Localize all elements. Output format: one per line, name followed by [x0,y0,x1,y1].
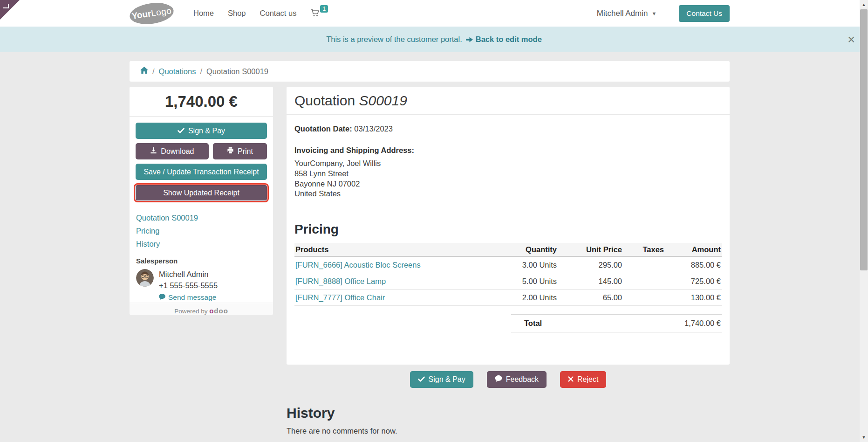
sidebar-link-quotation[interactable]: Quotation S00019 [136,211,267,224]
col-products: Products [295,245,478,254]
history-section: History There are no comments for now. [287,405,730,435]
scroll-down-arrow-icon[interactable]: ▼ [860,433,868,442]
history-title: History [287,405,730,421]
product-link[interactable]: [FURN_7777] Office Chair [295,293,385,302]
arrow-right-icon [466,37,473,42]
site-logo[interactable]: YourLogo [128,0,175,27]
top-navbar: YourLogo Home Shop Contact us 1 [0,0,868,27]
preview-banner: This is a preview of the customer portal… [0,27,868,52]
check-icon [418,375,425,384]
x-icon [568,375,574,384]
salesperson-section: Salesperson [130,250,273,303]
product-link[interactable]: [FURN_8888] Office Lamp [295,277,386,285]
breadcrumb-separator: / [152,67,155,76]
cell-unit-price: 65.00 [557,293,622,302]
cart-button[interactable]: 1 [310,8,328,19]
total-value: 1,740.00 € [684,319,721,328]
edit-corner-ribbon[interactable] [0,0,20,20]
powered-by-footer: Powered by odoo [130,303,273,315]
product-link[interactable]: [FURN_6666] Acoustic Bloc Screens [295,261,421,269]
show-updated-receipt-button[interactable]: Show Updated Receipt [136,185,267,200]
nav-home[interactable]: Home [193,9,214,18]
cell-unit-price: 145.00 [557,277,622,286]
table-row: [FURN_8888] Office Lamp 5.00 Units 145.0… [294,273,722,290]
send-message-link[interactable]: Send message [159,292,218,303]
page: YourLogo Home Shop Contact us 1 [0,0,868,442]
quotation-reference: S00019 [359,93,407,108]
cell-quantity: 2.00 Units [478,293,557,302]
cell-amount: 130.00 € [664,293,721,302]
sign-and-pay-button[interactable]: Sign & Pay [136,123,267,139]
address-line: YourCompany, Joel Willis [294,159,722,169]
document-actions: Sign & Pay Feedback Reject [287,371,730,388]
sign-and-pay-label: Sign & Pay [188,127,225,135]
address-line: United States [294,189,722,199]
download-button[interactable]: Download [136,143,209,159]
address-line: 858 Lynn Street [294,169,722,179]
back-to-edit-mode-link[interactable]: Back to edit mode [476,35,542,44]
user-menu[interactable]: Mitchell Admin ▼ [597,9,657,18]
print-label: Print [238,147,253,156]
nav-contact-us[interactable]: Contact us [260,9,297,18]
pricing-section-title: Pricing [294,222,722,237]
breadcrumb-home-link[interactable] [140,67,148,76]
chat-bubble-icon [495,375,502,384]
feedback-button[interactable]: Feedback [487,371,547,388]
sign-and-pay-bottom-button[interactable]: Sign & Pay [410,371,473,388]
cart-count-badge: 1 [320,5,328,13]
quotation-date-label: Quotation Date: [294,124,352,133]
highlight-annotation-box: Show Updated Receipt [134,183,269,202]
salesperson-phone: +1 555-555-5555 [159,280,218,291]
logo-text-bold: Your [131,8,152,21]
col-amount: Amount [664,245,721,254]
col-quantity: Quantity [478,245,557,254]
salesperson-name: Mitchell Admin [159,269,218,280]
quotation-document: Quotation S00019 Quotation Date: 03/13/2… [287,87,730,365]
reject-label: Reject [577,375,598,384]
total-row: Total 1,740.00 € [511,314,722,332]
check-icon [178,127,185,135]
quotation-title-text: Quotation [294,93,355,108]
preview-banner-message: This is a preview of the customer portal… [326,35,462,44]
breadcrumb-current: Quotation S00019 [206,67,268,76]
contact-us-button[interactable]: Contact Us [679,5,730,22]
send-message-label: Send message [168,292,216,303]
download-label: Download [161,147,194,156]
col-taxes: Taxes [622,245,664,254]
cell-amount: 885.00 € [664,261,721,269]
sidebar-link-history[interactable]: History [136,237,267,250]
scroll-up-arrow-icon[interactable]: ▲ [860,0,868,9]
address-label: Invoicing and Shipping Address: [294,146,722,155]
history-empty-message: There are no comments for now. [287,427,730,435]
logo-text-light: Logo [150,6,172,19]
user-name: Mitchell Admin [597,9,648,18]
cart-icon [310,8,320,19]
cell-quantity: 5.00 Units [478,277,557,286]
quotation-date-value: 03/13/2023 [354,124,393,133]
total-label: Total [524,319,542,328]
close-banner-button[interactable]: × [847,33,855,46]
quotation-title: Quotation S00019 [287,87,730,115]
col-unit-price: Unit Price [557,245,622,254]
salesperson-label: Salesperson [136,257,267,265]
nav-shop[interactable]: Shop [228,9,246,18]
scrollbar-thumb[interactable] [860,9,868,270]
odoo-logo[interactable]: odoo [209,307,228,315]
cell-unit-price: 295.00 [557,261,622,269]
cell-amount: 725.00 € [664,277,721,286]
sidebar-anchor-links: Quotation S00019 Pricing History [130,202,273,250]
sidebar-link-pricing[interactable]: Pricing [136,224,267,237]
salesperson-avatar [136,269,154,287]
sign-and-pay-label: Sign & Pay [429,375,465,384]
feedback-label: Feedback [506,375,539,384]
reject-button[interactable]: Reject [560,371,606,388]
save-update-transaction-receipt-button[interactable]: Save / Update Transaction Receipt [136,164,267,180]
print-button[interactable]: Print [213,143,267,159]
pricing-table-header: Products Quantity Unit Price Taxes Amoun… [294,243,722,257]
address-block: YourCompany, Joel Willis 858 Lynn Street… [294,159,722,199]
vertical-scrollbar[interactable]: ▲ ▼ [860,0,868,442]
home-icon [140,67,148,76]
breadcrumb-quotations-link[interactable]: Quotations [159,67,196,76]
address-line: Bayonne NJ 07002 [294,179,722,189]
total-amount: 1,740.00 € [130,87,273,117]
